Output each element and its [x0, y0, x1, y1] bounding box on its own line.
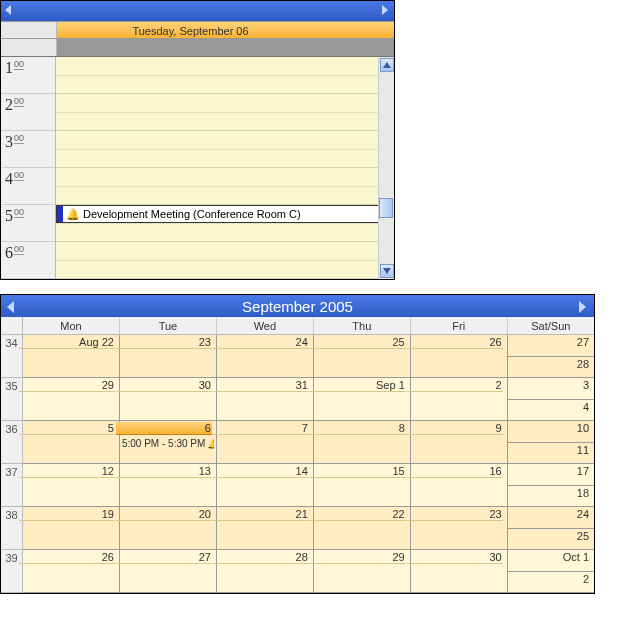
time-slot[interactable] — [56, 76, 394, 95]
day-number: 29 — [310, 551, 406, 564]
weekend-half[interactable]: 2 — [508, 572, 594, 594]
month-cell[interactable]: 5 — [23, 421, 120, 464]
monthview-next-button[interactable] — [578, 299, 588, 313]
month-cell[interactable]: 14 — [217, 464, 314, 507]
hour-number: 4 — [5, 170, 13, 188]
weekend-cell: Oct 12 — [508, 550, 594, 593]
time-slot[interactable] — [56, 187, 394, 206]
day-number: 10 — [504, 422, 590, 434]
time-slot[interactable] — [56, 224, 394, 243]
day-number: 21 — [213, 508, 309, 521]
time-slot[interactable] — [56, 242, 394, 261]
weekend-half[interactable]: 18 — [508, 486, 594, 508]
month-cell[interactable]: 65:00 PM - 5:30 PM🔔 — [120, 421, 217, 464]
month-cell[interactable]: 28 — [217, 550, 314, 593]
day-number: 2 — [504, 573, 590, 585]
monthview-prev-button[interactable] — [7, 299, 17, 313]
month-cell[interactable]: 23 — [120, 335, 217, 378]
dayview-scrollbar[interactable] — [378, 57, 394, 279]
scrollbar-track[interactable] — [379, 73, 394, 263]
week-number-header — [1, 317, 23, 334]
month-cell[interactable]: 27 — [120, 550, 217, 593]
time-slot[interactable] — [56, 261, 394, 280]
time-slot[interactable] — [56, 94, 394, 113]
month-event[interactable]: 5:00 PM - 5:30 PM🔔 — [122, 438, 214, 449]
dayview-slots-area[interactable]: 🔔Development Meeting (Conference Room C) — [56, 57, 394, 279]
month-cell[interactable]: 8 — [314, 421, 411, 464]
month-cell[interactable]: 25 — [314, 335, 411, 378]
hour-number: 5 — [5, 207, 13, 225]
time-slot[interactable] — [56, 57, 394, 76]
day-number: 25 — [310, 336, 406, 349]
scroll-up-button[interactable] — [380, 58, 394, 72]
weekend-half[interactable]: 27 — [508, 335, 594, 357]
hour-label: 100 — [1, 57, 55, 94]
day-number: Sep 1 — [310, 379, 406, 392]
weekend-half[interactable]: 11 — [508, 443, 594, 465]
weekend-half[interactable]: 4 — [508, 400, 594, 422]
day-number: 16 — [407, 465, 503, 478]
day-number: 12 — [19, 465, 115, 478]
day-number: 28 — [213, 551, 309, 564]
monthview-day-headers: MonTueWedThuFriSat/Sun — [1, 317, 594, 335]
weekend-half[interactable]: 24 — [508, 507, 594, 529]
month-cell[interactable]: 30 — [411, 550, 508, 593]
appointment-handle[interactable] — [57, 206, 63, 222]
time-slot[interactable] — [56, 150, 394, 169]
hour-number: 3 — [5, 133, 13, 151]
dayview-prev-button[interactable] — [5, 5, 15, 17]
weekend-half[interactable]: 10 — [508, 421, 594, 443]
month-cell[interactable]: 29 — [23, 378, 120, 421]
appointment[interactable]: 🔔Development Meeting (Conference Room C) — [56, 205, 390, 223]
month-cell[interactable]: Aug 22 — [23, 335, 120, 378]
weekend-half[interactable]: Oct 1 — [508, 550, 594, 572]
time-slot[interactable] — [56, 131, 394, 150]
day-number: 23 — [407, 508, 503, 521]
month-cell[interactable]: 31 — [217, 378, 314, 421]
dayview-time-grid: 100200300400500600 🔔Development Meeting … — [1, 57, 394, 279]
month-cell[interactable]: 12 — [23, 464, 120, 507]
day-view: Tuesday, September 06 100200300400500600… — [0, 0, 395, 280]
day-header: Sat/Sun — [508, 317, 594, 334]
day-number: 30 — [407, 551, 503, 564]
weekend-half[interactable]: 28 — [508, 357, 594, 379]
month-cell[interactable]: 19 — [23, 507, 120, 550]
scroll-down-button[interactable] — [380, 264, 394, 278]
month-cell[interactable]: 26 — [411, 335, 508, 378]
day-number: 19 — [19, 508, 115, 521]
month-cell[interactable]: 20 — [120, 507, 217, 550]
dayview-next-button[interactable] — [380, 5, 390, 17]
monthview-body: 343536373839 Aug 22232425262728293031Sep… — [1, 335, 594, 593]
weekend-half[interactable]: 3 — [508, 378, 594, 400]
month-cell[interactable]: 24 — [217, 335, 314, 378]
time-slot[interactable] — [56, 113, 394, 132]
month-cell[interactable]: 9 — [411, 421, 508, 464]
hour-label: 300 — [1, 131, 55, 168]
month-cell[interactable]: 26 — [23, 550, 120, 593]
scrollbar-thumb[interactable] — [379, 198, 393, 218]
month-cell[interactable]: 22 — [314, 507, 411, 550]
month-row: 565:00 PM - 5:30 PM🔔7891011 — [23, 421, 594, 464]
month-cell[interactable]: 29 — [314, 550, 411, 593]
monthview-title: September 2005 — [17, 298, 578, 315]
day-number: 4 — [504, 401, 590, 413]
weekend-half[interactable]: 17 — [508, 464, 594, 486]
time-slot[interactable] — [56, 168, 394, 187]
weekend-half[interactable]: 25 — [508, 529, 594, 551]
month-cell[interactable]: 7 — [217, 421, 314, 464]
event-time-label: 5:00 PM - 5:30 PM — [122, 438, 205, 449]
day-number: 20 — [116, 508, 212, 521]
dayview-date-header[interactable]: Tuesday, September 06 — [1, 21, 394, 39]
month-cell[interactable]: 13 — [120, 464, 217, 507]
month-cell[interactable]: 15 — [314, 464, 411, 507]
month-cell[interactable]: 21 — [217, 507, 314, 550]
month-cell[interactable]: 16 — [411, 464, 508, 507]
month-cell[interactable]: Sep 1 — [314, 378, 411, 421]
month-cell[interactable]: 23 — [411, 507, 508, 550]
weekend-cell: 1011 — [508, 421, 594, 464]
day-number: 30 — [116, 379, 212, 392]
dayview-allday-row[interactable] — [1, 39, 394, 57]
day-number: 29 — [19, 379, 115, 392]
month-cell[interactable]: 30 — [120, 378, 217, 421]
month-cell[interactable]: 2 — [411, 378, 508, 421]
